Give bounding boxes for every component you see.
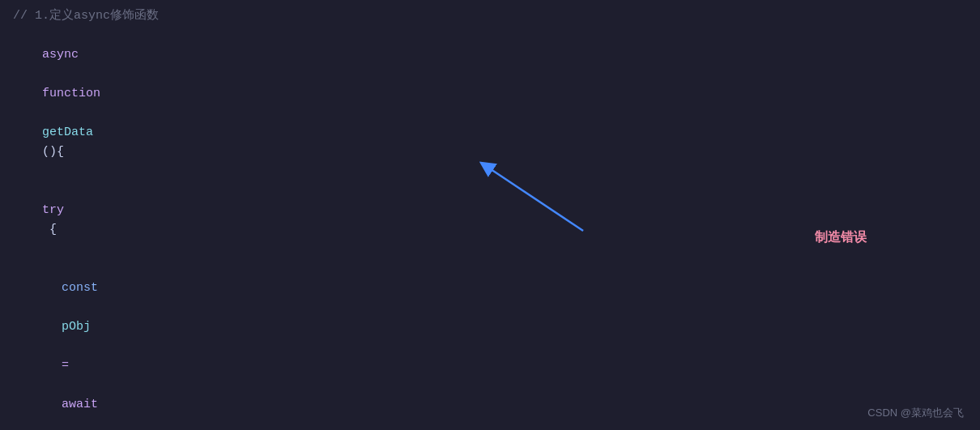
line-comment: // 1.定义async修饰函数 [13, 6, 967, 26]
line-func-def: async function getData (){ [13, 26, 967, 181]
code-editor: // 1.定义async修饰函数 async function getData … [0, 0, 980, 430]
line-try: try { [13, 181, 967, 259]
kw-async: async [42, 48, 79, 62]
fn-name: getData [42, 126, 93, 139]
watermark: CSDN @菜鸡也会飞 [867, 405, 964, 422]
line-pobj: const pObj = await axios ({ url : 'http:… [13, 259, 967, 430]
var-pobj: pObj [62, 320, 91, 334]
kw-function: function [42, 87, 100, 100]
kw-try: try [42, 203, 64, 217]
error-label: 制造错误 [815, 227, 867, 248]
